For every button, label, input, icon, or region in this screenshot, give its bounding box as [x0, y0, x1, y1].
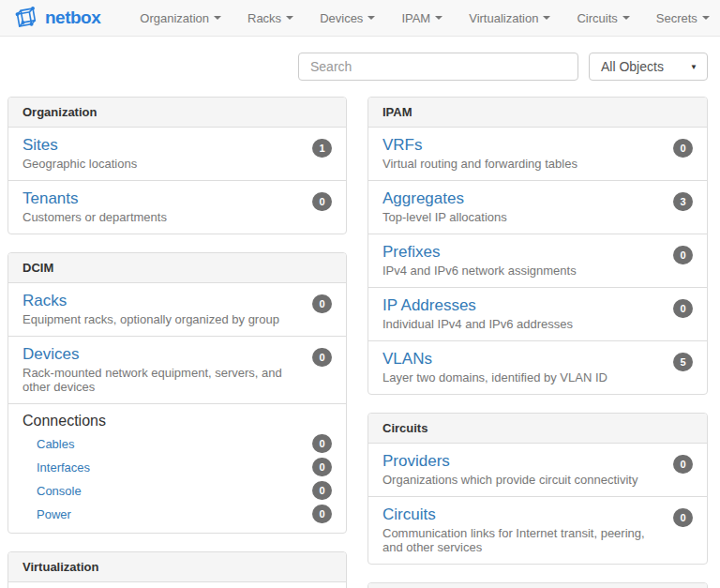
menu-label: Virtualization [469, 11, 538, 25]
chevron-down-icon [435, 16, 442, 20]
list-item-providers: Providers 0 Organizations which provide … [368, 444, 707, 496]
count-badge: 0 [312, 294, 332, 313]
menu-label: IPAM [401, 11, 430, 25]
panel-title: Organization [8, 98, 346, 128]
right-column: IPAM VRFs 0 Virtual routing and forwardi… [368, 97, 708, 588]
item-description: Top-level IP allocations [382, 210, 693, 224]
list-item-console: Console 0 [8, 478, 346, 502]
count-badge: 5 [673, 353, 693, 371]
chevron-down-icon [214, 16, 221, 20]
item-description: Equipment racks, optionally organized by… [22, 312, 332, 326]
count-badge: 0 [673, 299, 693, 318]
list-item-interfaces: Interfaces 0 [8, 455, 346, 478]
chevron-down-icon [543, 16, 550, 20]
menu-virtualization[interactable]: Virtualization [456, 0, 563, 37]
menu-label: Organization [140, 11, 209, 25]
devices-link[interactable]: Devices [22, 345, 79, 364]
chevron-down-icon [286, 16, 293, 20]
item-description: Geographic locations [22, 157, 332, 171]
list-item-devices: Devices 0 Rack-mounted network equipment… [8, 336, 346, 403]
top-navbar: netbox Organization Racks Devices IPAM V… [0, 0, 720, 37]
item-description: Communication links for Internet transit… [382, 526, 693, 554]
item-description: IPv4 and IPv6 network assignments [382, 264, 693, 278]
list-item-clusters: Clusters 3 [8, 582, 346, 588]
aggregates-link[interactable]: Aggregates [382, 189, 464, 208]
list-item-power: Power 0 [8, 502, 346, 525]
panel-title: Secrets [368, 583, 707, 588]
count-badge: 0 [673, 139, 693, 158]
list-item-vrfs: VRFs 0 Virtual routing and forwarding ta… [368, 128, 707, 180]
menu-label: Racks [248, 11, 281, 25]
panel-title: IPAM [368, 98, 707, 128]
cables-link[interactable]: Cables [37, 437, 74, 451]
item-description: Individual IPv4 and IPv6 addresses [382, 317, 693, 331]
panel-organization: Organization Sites 1 Geographic location… [8, 97, 347, 234]
chevron-down-icon [368, 16, 375, 20]
chevron-down-icon [702, 16, 710, 20]
dropdown-caret-icon: ▼ [690, 63, 698, 71]
menu-label: Secrets [656, 11, 698, 25]
interfaces-link[interactable]: Interfaces [37, 460, 90, 475]
tenants-link[interactable]: Tenants [22, 189, 79, 208]
object-type-select[interactable]: All Objects ▼ [589, 53, 708, 81]
chevron-down-icon [622, 16, 630, 20]
count-badge: 0 [312, 192, 332, 211]
menu-ipam[interactable]: IPAM [388, 0, 456, 37]
item-description: Layer two domains, identified by VLAN ID [382, 370, 693, 384]
count-badge: 0 [312, 434, 332, 453]
power-link[interactable]: Power [37, 507, 71, 521]
brand-name: netbox [45, 8, 100, 28]
menu-devices[interactable]: Devices [307, 0, 388, 37]
menu-label: Devices [320, 11, 363, 25]
menu-label: Circuits [577, 11, 617, 25]
console-link[interactable]: Console [37, 484, 82, 498]
count-badge: 0 [673, 246, 693, 264]
netbox-logo-icon [14, 6, 38, 30]
selected-scope: All Objects [601, 59, 664, 74]
list-item-tenants: Tenants 0 Customers or departments [8, 180, 346, 234]
racks-link[interactable]: Racks [22, 292, 67, 310]
list-item-cables: Cables 0 [8, 431, 346, 455]
count-badge: 0 [312, 348, 332, 367]
count-badge: 0 [673, 455, 693, 474]
list-item-prefixes: Prefixes 0 IPv4 and IPv6 network assignm… [368, 234, 707, 287]
menu-organization[interactable]: Organization [127, 0, 234, 37]
item-description: Rack-mounted network equipment, servers,… [22, 366, 332, 394]
count-badge: 0 [312, 505, 332, 523]
count-badge: 3 [673, 192, 693, 211]
vlans-link[interactable]: VLANs [382, 350, 432, 369]
left-column: Organization Sites 1 Geographic location… [8, 97, 347, 588]
count-badge: 1 [312, 139, 332, 158]
panel-ipam: IPAM VRFs 0 Virtual routing and forwardi… [368, 97, 708, 395]
menu-circuits[interactable]: Circuits [563, 0, 642, 37]
panel-virtualization: Virtualization Clusters 3 [8, 551, 347, 588]
sites-link[interactable]: Sites [22, 136, 58, 155]
prefixes-link[interactable]: Prefixes [382, 243, 440, 262]
item-description: Virtual routing and forwarding tables [382, 157, 693, 171]
dashboard: Organization Sites 1 Geographic location… [0, 81, 720, 588]
list-item-aggregates: Aggregates 3 Top-level IP allocations [368, 180, 707, 234]
search-input[interactable] [298, 53, 578, 81]
panel-circuits: Circuits Providers 0 Organizations which… [368, 413, 708, 565]
count-badge: 0 [673, 508, 693, 527]
list-item-racks: Racks 0 Equipment racks, optionally orga… [8, 283, 346, 336]
list-item-vlans: VLANs 5 Layer two domains, identified by… [368, 340, 707, 394]
list-item-sites: Sites 1 Geographic locations [8, 128, 346, 180]
netbox-brand[interactable]: netbox [14, 6, 100, 30]
panel-dcim: DCIM Racks 0 Equipment racks, optionally… [8, 252, 347, 534]
ip-addresses-link[interactable]: IP Addresses [382, 296, 476, 315]
panel-title: Virtualization [8, 552, 346, 582]
menu-racks[interactable]: Racks [234, 0, 307, 37]
circuits-link[interactable]: Circuits [382, 505, 436, 524]
vrfs-link[interactable]: VRFs [382, 136, 423, 155]
connections-heading: Connections [8, 413, 346, 431]
providers-link[interactable]: Providers [382, 452, 450, 471]
panel-title: DCIM [8, 253, 346, 283]
panel-title: Circuits [368, 414, 707, 444]
menu-secrets[interactable]: Secrets [643, 0, 720, 37]
list-item-ip-addresses: IP Addresses 0 Individual IPv4 and IPv6 … [368, 287, 707, 340]
main-menu: Organization Racks Devices IPAM Virtuali… [127, 0, 720, 37]
item-description: Organizations which provide circuit conn… [382, 473, 693, 487]
count-badge: 0 [312, 481, 332, 500]
search-bar: All Objects ▼ [0, 53, 720, 81]
